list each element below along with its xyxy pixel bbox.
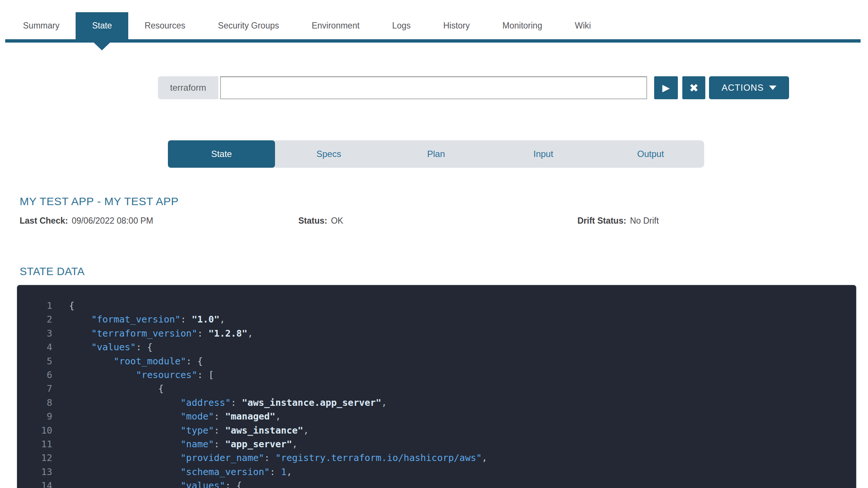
code-line: 14 "values": { xyxy=(17,479,856,488)
line-number: 5 xyxy=(17,354,52,368)
state-data-heading: STATE DATA xyxy=(20,265,85,278)
state-code-block: 1{2 "format_version": "1.0",3 "terraform… xyxy=(17,285,857,488)
page-title: MY TEST APP - MY TEST APP xyxy=(20,195,179,208)
tab-label: Environment xyxy=(312,21,360,30)
line-number: 2 xyxy=(17,312,52,326)
tab-label: Summary xyxy=(23,21,59,30)
command-input[interactable] xyxy=(220,76,647,99)
play-icon: ▶ xyxy=(662,82,670,93)
top-nav: SummaryStateResourcesSecurity GroupsEnvi… xyxy=(0,0,868,39)
tab-label: History xyxy=(443,21,470,30)
code-line: 1{ xyxy=(17,299,856,312)
line-number: 12 xyxy=(17,451,52,465)
subtab-specs[interactable]: Specs xyxy=(275,140,382,168)
nav-tab-row: SummaryStateResourcesSecurity GroupsEnvi… xyxy=(0,12,868,39)
line-number: 3 xyxy=(17,327,52,340)
code-line: 8 "address": "aws_instance.app_server", xyxy=(17,396,856,410)
line-number: 8 xyxy=(17,396,52,410)
line-number: 1 xyxy=(17,299,52,312)
actions-dropdown-button[interactable]: ACTIONS xyxy=(709,76,789,99)
code-line: 2 "format_version": "1.0", xyxy=(17,312,856,326)
subtab-state[interactable]: State xyxy=(168,140,275,168)
drift-status-label: Drift Status: xyxy=(577,216,626,225)
nav-underline-bar xyxy=(5,39,861,43)
tab-label: Wiki xyxy=(575,21,591,30)
tab-label: State xyxy=(92,21,112,30)
code-line: 3 "terraform_version": "1.2.8", xyxy=(17,327,856,340)
tab-environment[interactable]: Environment xyxy=(295,12,376,39)
line-number: 14 xyxy=(17,479,52,488)
code-line: 12 "provider_name": "registry.terraform.… xyxy=(17,451,856,465)
code-line: 10 "type": "aws_instance", xyxy=(17,424,856,437)
code-line: 7 { xyxy=(17,382,856,395)
tab-label: Monitoring xyxy=(503,21,542,30)
line-number: 10 xyxy=(17,424,52,437)
code-line: 4 "values": { xyxy=(17,340,856,354)
tab-label: Logs xyxy=(392,21,411,30)
status-label: Status: xyxy=(298,216,327,225)
line-number: 13 xyxy=(17,465,52,479)
tab-summary[interactable]: Summary xyxy=(7,12,76,39)
line-number: 6 xyxy=(17,368,52,382)
line-number: 11 xyxy=(17,437,52,451)
line-number: 4 xyxy=(17,340,52,354)
code-line: 5 "root_module": { xyxy=(17,354,856,368)
code-line: 11 "name": "app_server", xyxy=(17,437,856,451)
line-number: 7 xyxy=(17,382,52,395)
drift-status-value: No Drift xyxy=(630,216,659,225)
actions-label: ACTIONS xyxy=(722,83,764,93)
tab-logs[interactable]: Logs xyxy=(376,12,427,39)
x-icon: ✖ xyxy=(689,81,698,94)
last-check-field: Last Check:09/06/2022 08:00 PM xyxy=(20,216,153,226)
code-line: 13 "schema_version": 1, xyxy=(17,465,856,479)
subtab-input[interactable]: Input xyxy=(490,140,597,168)
command-bar: terraform ▶ ✖ ACTIONS xyxy=(158,76,789,99)
tab-state[interactable]: State xyxy=(76,12,128,39)
status-field: Status:OK xyxy=(298,216,343,226)
tab-monitoring[interactable]: Monitoring xyxy=(486,12,559,39)
status-value: OK xyxy=(331,216,343,225)
tab-resources[interactable]: Resources xyxy=(128,12,202,39)
drift-status-field: Drift Status:No Drift xyxy=(577,216,659,226)
code-line: 6 "resources": [ xyxy=(17,368,856,382)
tab-history[interactable]: History xyxy=(427,12,486,39)
tab-label: Resources xyxy=(145,21,185,30)
subtab-plan[interactable]: Plan xyxy=(382,140,490,168)
run-command-button[interactable]: ▶ xyxy=(654,76,678,99)
tab-security-groups[interactable]: Security Groups xyxy=(202,12,295,39)
last-check-value: 09/06/2022 08:00 PM xyxy=(72,216,153,225)
last-check-label: Last Check: xyxy=(20,216,68,225)
line-number: 9 xyxy=(17,410,52,423)
tab-label: Security Groups xyxy=(218,21,279,30)
caret-down-icon xyxy=(769,86,776,90)
code-line: 9 "mode": "managed", xyxy=(17,410,856,423)
state-sub-tabs: StateSpecsPlanInputOutput xyxy=(168,140,704,168)
tab-wiki[interactable]: Wiki xyxy=(559,12,607,39)
command-addon-label: terraform xyxy=(158,76,218,99)
subtab-output[interactable]: Output xyxy=(597,140,704,168)
clear-command-button[interactable]: ✖ xyxy=(682,76,705,99)
